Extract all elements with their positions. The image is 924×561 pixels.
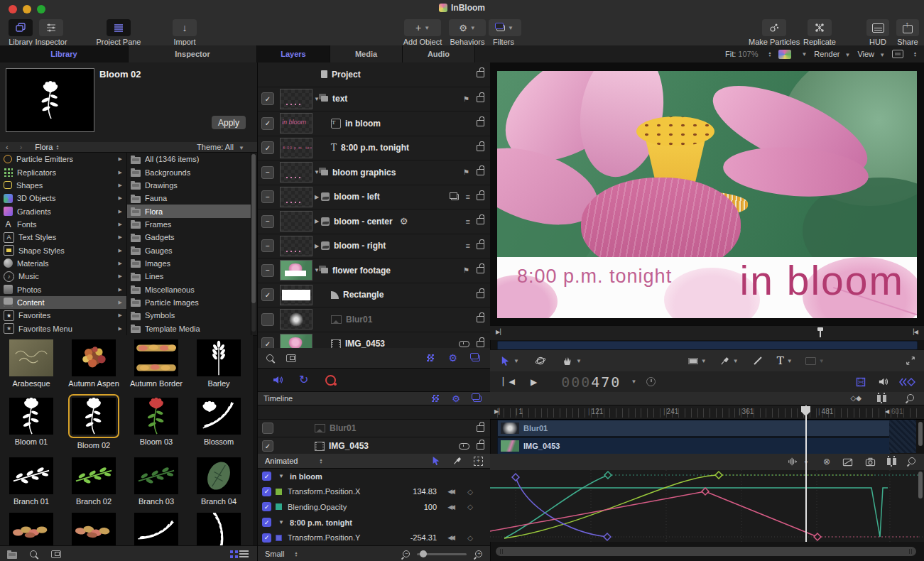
record-icon[interactable]	[325, 375, 336, 386]
thumb-arabesque[interactable]: Arabesque	[9, 335, 53, 393]
forward-arrow[interactable]: ›	[20, 143, 23, 151]
tab-inspector[interactable]: Inspector	[129, 45, 257, 62]
zoom-curves-icon[interactable]	[908, 457, 915, 464]
zoom-in-icon[interactable]: +	[475, 550, 482, 557]
layer-row-project[interactable]: Project	[258, 62, 490, 87]
activation-checkbox[interactable]: −	[261, 215, 274, 228]
parameter-checkbox[interactable]: ✓	[262, 533, 271, 543]
lock-icon[interactable]	[477, 425, 484, 432]
render-menu[interactable]: Render ▼	[814, 50, 850, 58]
kf-param-position-x[interactable]: ✓ Transform.Position.X 134.83 ◀◀ ◇	[258, 484, 490, 500]
trim-icon[interactable]	[887, 458, 891, 465]
activation-checkbox[interactable]: −	[261, 239, 274, 252]
play-range-out-marker[interactable]: ▕◀	[910, 329, 918, 335]
thumb-unlabeled[interactable]	[134, 508, 178, 545]
previous-keyframe-icon[interactable]: ◀◀	[447, 488, 453, 495]
tab-media[interactable]: Media	[330, 45, 403, 62]
layer-row-blur01[interactable]: Blur01	[258, 307, 490, 332]
lock-icon[interactable]	[477, 120, 484, 126]
audio-waveform-icon[interactable]	[788, 457, 798, 467]
loop-icon[interactable]: ↻	[299, 375, 308, 385]
replicate-button[interactable]: Replicate	[800, 19, 839, 46]
lock-icon[interactable]	[477, 169, 484, 175]
kf-group-in-bloom[interactable]: ✓ ▼ in bloom	[258, 469, 490, 484]
inspector-button[interactable]: Inspector	[33, 19, 70, 46]
back-arrow[interactable]: ‹	[6, 143, 9, 151]
category-gradients[interactable]: Gradients▶	[0, 205, 126, 217]
disclosure-triangle[interactable]: ▼	[312, 96, 321, 102]
folder-template-media[interactable]: Template Media	[127, 322, 251, 334]
browser-scrollbar[interactable]	[251, 154, 256, 332]
category-replicators[interactable]: Replicators▶	[0, 165, 126, 178]
lock-icon[interactable]	[477, 243, 484, 249]
layer-row-text-group[interactable]: ✓ ▼ text ⚑	[258, 87, 490, 112]
chevron-down-icon[interactable]: ▼	[631, 378, 636, 385]
chevron-down-icon[interactable]: ▼	[513, 358, 519, 364]
category-photos[interactable]: Photos▶	[0, 283, 126, 295]
thumb-blossom[interactable]: Blossom	[197, 393, 241, 453]
show-filters-icon[interactable]	[473, 396, 482, 402]
thumb-bloom-03[interactable]: Bloom 03	[134, 393, 178, 453]
layer-row-rectangle[interactable]: ✓ Rectangle	[258, 283, 490, 308]
track-row-blur01[interactable]: Blur01	[258, 420, 490, 437]
behaviors-button[interactable]: ⚙▼ Behaviors	[447, 19, 487, 46]
playhead-line[interactable]	[805, 405, 807, 542]
previous-keyframe-icon[interactable]: ◀◀	[447, 503, 453, 511]
previous-frame-button[interactable]: ▏◀	[503, 377, 515, 386]
edit-keyframes-cursor-icon[interactable]	[431, 456, 441, 466]
thumb-autumn-border[interactable]: Autumn Border	[130, 335, 183, 393]
parameter-value[interactable]: -254.31	[411, 533, 437, 542]
activation-checkbox[interactable]: −	[261, 190, 274, 203]
folder-miscellaneous[interactable]: Miscellaneous	[127, 283, 251, 295]
gear-icon[interactable]: ⚙	[400, 216, 408, 227]
display-icon[interactable]	[892, 50, 903, 58]
text-tool[interactable]: T	[777, 354, 784, 367]
transform-box-icon[interactable]: +	[474, 457, 483, 466]
link-icon[interactable]	[459, 443, 469, 450]
size-stepper[interactable]: ▲▼	[295, 551, 298, 557]
new-folder-icon[interactable]	[7, 552, 17, 559]
show-video-track-icon[interactable]	[855, 376, 866, 388]
folder-images[interactable]: Images	[127, 257, 251, 270]
folder-frames[interactable]: Frames	[127, 218, 251, 231]
zoom-timeline-icon[interactable]	[907, 394, 914, 401]
timeline-horizontal-scrollbar[interactable]	[496, 547, 916, 556]
lock-icon[interactable]	[477, 96, 484, 102]
animated-stepper[interactable]: ▲▼	[319, 458, 322, 464]
stack-icon[interactable]: ≡	[466, 241, 469, 250]
chevron-down-icon[interactable]: ▼	[801, 51, 807, 58]
list-view-icon[interactable]	[239, 550, 249, 557]
layer-row-bloom-graphics[interactable]: − ▼ bloom graphics ⚑	[258, 160, 490, 185]
collection-stepper[interactable]: ▲▼	[55, 144, 59, 150]
display-stepper[interactable]: ▲▼	[913, 51, 917, 57]
lock-icon[interactable]	[477, 71, 484, 77]
lock-icon[interactable]	[477, 218, 484, 224]
timeline-ruler[interactable]: ▶▏ |1 |121 |241 |361 |481 ◀ 601	[490, 405, 924, 420]
out-marker[interactable]: ◀	[885, 408, 889, 415]
zoom-slider[interactable]	[417, 553, 467, 555]
share-button[interactable]: Share	[893, 19, 922, 46]
disclosure-triangle[interactable]: ▶	[312, 218, 321, 224]
lock-icon[interactable]	[477, 194, 484, 200]
folder-gauges[interactable]: Gauges	[127, 244, 251, 256]
play-button[interactable]: ▶	[531, 377, 537, 387]
zoom-out-icon[interactable]: −	[403, 550, 410, 557]
disclosure-triangle[interactable]: ▶	[312, 194, 321, 200]
add-keyframe-icon[interactable]: ◇	[467, 503, 473, 511]
add-object-button[interactable]: +▼ Add Object	[401, 19, 445, 46]
thumb-unlabeled[interactable]	[72, 508, 116, 545]
flag-icon[interactable]: ⚑	[463, 95, 469, 103]
layer-row-in-bloom[interactable]: ✓ in bloom T in bloom	[258, 111, 490, 136]
show-behaviors-icon[interactable]: ⚙	[452, 393, 460, 404]
preview-toggle-icon[interactable]	[51, 550, 61, 558]
disclosure-triangle[interactable]: ▼	[278, 473, 284, 479]
tab-library[interactable]: Library	[0, 45, 129, 62]
stack-icon[interactable]: ≡	[466, 217, 469, 226]
show-behaviors-icon[interactable]: ⚙	[448, 352, 457, 364]
show-masks-icon[interactable]	[427, 354, 434, 361]
thumb-unlabeled[interactable]	[197, 508, 241, 545]
import-button[interactable]: ↓ Import	[169, 19, 200, 46]
category-fonts[interactable]: AFonts▶	[0, 218, 126, 231]
parameter-checkbox[interactable]: ✓	[262, 487, 271, 496]
folder-gadgets[interactable]: Gadgets	[127, 231, 251, 244]
